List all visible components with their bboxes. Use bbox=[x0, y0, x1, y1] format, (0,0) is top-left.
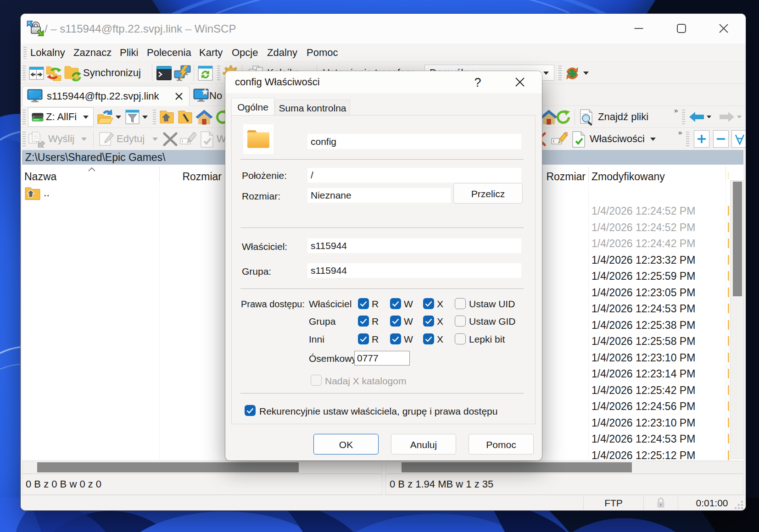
open-directory-dropdown-icon[interactable] bbox=[116, 116, 121, 119]
edit-icon[interactable] bbox=[99, 132, 114, 147]
refresh-session-icon[interactable] bbox=[198, 66, 213, 81]
toolbar3-grip[interactable] bbox=[22, 132, 26, 146]
file-row[interactable]: 1/4/2026 12:25:58 PM bbox=[592, 333, 746, 349]
file-row[interactable]: 1/4/2026 12:24:53 PM bbox=[592, 431, 746, 447]
minimize-button[interactable] bbox=[625, 14, 653, 44]
checkbox-others-w[interactable] bbox=[390, 333, 401, 344]
open-in-putty-icon[interactable] bbox=[174, 65, 191, 82]
remote-properties-icon[interactable] bbox=[571, 131, 586, 148]
find-files-icon[interactable] bbox=[579, 109, 596, 126]
remote-horizontal-scrollbar-thumb[interactable] bbox=[402, 462, 632, 472]
menu-karty[interactable]: Karty bbox=[199, 44, 223, 62]
globe-sync-dropdown-icon[interactable] bbox=[583, 72, 589, 75]
toolbar3-grip2[interactable] bbox=[686, 132, 689, 146]
remote-refresh-icon[interactable] bbox=[556, 110, 571, 125]
forward-dropdown-icon[interactable] bbox=[737, 116, 742, 118]
resize-grip[interactable] bbox=[735, 501, 744, 509]
transfer-preset-dropdown-icon[interactable] bbox=[543, 72, 549, 75]
checkbox-recursive[interactable] bbox=[245, 405, 256, 416]
checkbox-sticky-bit[interactable] bbox=[455, 333, 466, 344]
help-button[interactable]: Pomoc bbox=[469, 434, 534, 454]
toolbar1-grip[interactable] bbox=[22, 66, 26, 80]
select-button[interactable] bbox=[694, 130, 709, 148]
toolbar2-grip[interactable] bbox=[22, 110, 26, 124]
file-row[interactable]: 1/4/2026 12:23:10 PM bbox=[592, 415, 746, 431]
remote-properties-dropdown-icon[interactable] bbox=[650, 138, 656, 141]
menu-polecenia[interactable]: Polecenia bbox=[147, 44, 191, 62]
close-button[interactable] bbox=[710, 14, 737, 44]
parent-directory-icon[interactable] bbox=[160, 110, 176, 125]
file-row[interactable]: 1/4/2026 12:25:38 PM bbox=[592, 317, 746, 333]
back-dropdown-icon[interactable] bbox=[707, 116, 711, 118]
back-icon[interactable] bbox=[689, 111, 704, 123]
checkbox-add-x[interactable] bbox=[311, 375, 322, 386]
title-bar[interactable]: / – s115944@ftp.22.svpj.link – WinSCP bbox=[21, 14, 746, 44]
local-column-size[interactable]: Rozmiar bbox=[159, 171, 222, 183]
toolbar2-grip3[interactable] bbox=[682, 110, 685, 124]
file-row[interactable]: 1/4/2026 12:25:59 PM bbox=[592, 268, 746, 284]
checkbox-owner-w[interactable] bbox=[390, 298, 401, 309]
parent-directory-row[interactable]: .. bbox=[22, 185, 158, 201]
dialog-close-button[interactable] bbox=[510, 71, 530, 93]
menu-zaznacz[interactable]: Zaznacz bbox=[73, 44, 112, 62]
remote-properties-label[interactable]: Właściwości bbox=[590, 128, 645, 150]
file-row[interactable]: 1/4/2026 12:23:10 PM bbox=[592, 349, 746, 366]
local-horizontal-scrollbar[interactable] bbox=[22, 461, 382, 474]
session-tab-close-icon[interactable] bbox=[175, 92, 183, 100]
file-row[interactable]: 1/4/2026 12:24:42 PM bbox=[592, 235, 746, 252]
menu-pliki[interactable]: Pliki bbox=[120, 44, 138, 62]
file-row[interactable]: 1/4/2026 12:24:56 PM bbox=[592, 398, 746, 415]
root-directory-icon[interactable] bbox=[178, 110, 195, 125]
checkbox-owner-r[interactable] bbox=[358, 298, 369, 309]
checkbox-group-x[interactable] bbox=[423, 316, 434, 327]
delete-icon[interactable] bbox=[163, 132, 178, 146]
ok-button[interactable]: OK bbox=[313, 434, 379, 454]
dialog-title-bar[interactable]: config Właściwości ? bbox=[225, 71, 542, 93]
toolbar2-overflow-chevron[interactable]: » bbox=[674, 106, 677, 114]
file-row[interactable]: 1/4/2026 12:24:53 PM bbox=[592, 300, 746, 317]
remote-home-icon[interactable] bbox=[540, 109, 558, 126]
menubar-grip[interactable] bbox=[23, 47, 27, 59]
synchronize-icon[interactable] bbox=[64, 65, 81, 82]
local-horizontal-scrollbar-thumb[interactable] bbox=[37, 462, 299, 472]
checkbox-others-x[interactable] bbox=[423, 333, 434, 344]
toolbar-session-grip[interactable] bbox=[558, 66, 562, 80]
filter-dropdown-icon[interactable] bbox=[142, 116, 148, 119]
cancel-button[interactable]: Anuluj bbox=[391, 434, 456, 454]
remote-column-modified[interactable]: Zmodyfikowany bbox=[592, 171, 665, 183]
file-row[interactable]: 1/4/2026 12:24:52 PM bbox=[592, 203, 746, 219]
remote-horizontal-scrollbar[interactable] bbox=[385, 461, 743, 474]
checkbox-group-w[interactable] bbox=[390, 316, 401, 327]
drive-combo[interactable]: Z: AllFi bbox=[28, 107, 94, 127]
properties-icon-local[interactable] bbox=[200, 131, 214, 148]
find-files-label[interactable]: Znajdź pliki bbox=[598, 106, 648, 128]
checkbox-owner-x[interactable] bbox=[423, 298, 434, 309]
menu-pomoc[interactable]: Pomoc bbox=[307, 44, 338, 62]
checkbox-set-uid[interactable] bbox=[455, 298, 466, 309]
unselect-button[interactable] bbox=[713, 130, 729, 148]
upload-icon[interactable] bbox=[28, 131, 46, 148]
file-row[interactable]: 1/4/2026 12:24:52 PM bbox=[592, 219, 746, 236]
invert-selection-button[interactable] bbox=[731, 130, 746, 148]
synchronize-browsing-icon[interactable] bbox=[46, 65, 62, 82]
synchronize-label[interactable]: Synchronizuj bbox=[83, 62, 141, 84]
checkbox-set-gid[interactable] bbox=[455, 316, 466, 327]
dialog-tab-checksum[interactable]: Suma kontrolna bbox=[275, 100, 350, 116]
toolbar2-grip2[interactable] bbox=[153, 110, 156, 124]
checkbox-group-r[interactable] bbox=[358, 316, 369, 327]
file-row[interactable]: 1/4/2026 12:23:05 PM bbox=[592, 284, 746, 301]
globe-sync-icon[interactable] bbox=[564, 65, 580, 82]
toolbar-queue-grip[interactable] bbox=[217, 66, 220, 80]
filter-icon[interactable] bbox=[125, 110, 140, 124]
session-tab-active[interactable]: s115944@ftp.22.svpj.link bbox=[22, 86, 190, 106]
drive-dropdown-icon[interactable] bbox=[83, 116, 89, 119]
checkbox-others-r[interactable] bbox=[358, 333, 369, 344]
file-row[interactable]: 1/4/2026 12:25:42 PM bbox=[592, 382, 746, 399]
local-column-name[interactable]: Nazwa bbox=[24, 171, 56, 183]
rename-icon[interactable] bbox=[180, 132, 196, 146]
swap-panels-icon[interactable] bbox=[29, 66, 44, 81]
octal-input[interactable]: 0777 bbox=[354, 351, 410, 366]
remote-vertical-scrollbar-thumb[interactable] bbox=[733, 182, 742, 296]
file-row[interactable]: 1/4/2026 12:23:32 PM bbox=[592, 252, 746, 268]
toolbar3-overflow-chevron[interactable]: » bbox=[678, 128, 681, 136]
